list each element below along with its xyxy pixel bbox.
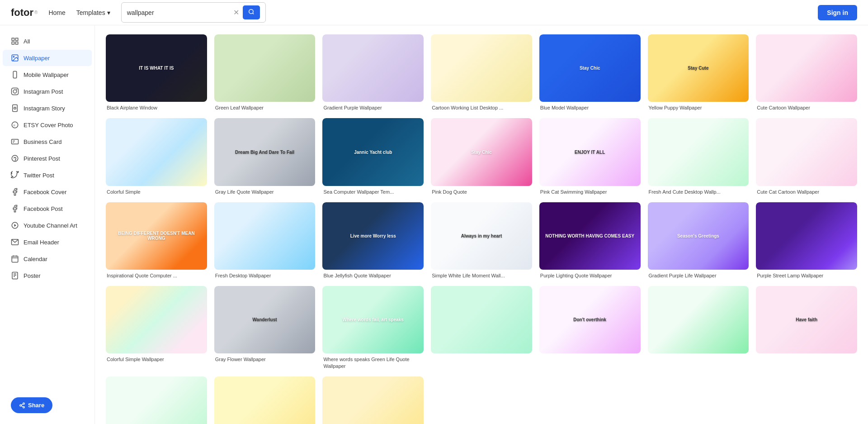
card-pink-cat[interactable]: ENJOY IT ALLPink Cat Swimming Wallpaper — [539, 118, 641, 195]
sidebar-item-label: All — [24, 38, 30, 45]
card-fresh-desktop[interactable]: Fresh Desktop Wallpaper — [214, 202, 316, 279]
sidebar-item-etsy[interactable]: E ETSY Cover Photo — [3, 117, 92, 133]
instagram-icon — [11, 87, 19, 95]
poster-icon — [11, 272, 19, 280]
facebook-icon — [11, 188, 19, 196]
header: fotor® Home Templates ▾ ✕ Sign in — [0, 0, 868, 25]
sidebar-item-calendar[interactable]: Calendar — [3, 251, 92, 267]
card-yellow-puppy[interactable]: Stay CuteYellow Puppy Wallpaper — [648, 34, 749, 111]
sidebar-item-business-card[interactable]: Business Card — [3, 133, 92, 150]
card-thumbnail — [648, 118, 749, 186]
card-label: Pink Dog Quote — [431, 189, 532, 195]
card-gray-flower[interactable]: WanderlustGray Flower Wallpaper — [214, 286, 316, 369]
card-row4-1[interactable] — [431, 286, 532, 369]
card-purple-lighting[interactable]: NOTHING WORTH HAVING COMES EASYPurple Li… — [539, 202, 641, 279]
card-sea-computer[interactable]: Jannic Yacht clubSea Computer Wallpaper … — [322, 118, 424, 195]
card-thumbnail — [106, 376, 207, 424]
nav-templates[interactable]: Templates ▾ — [76, 9, 110, 16]
sidebar-item-mobile-wallpaper[interactable]: Mobile Wallpaper — [3, 67, 92, 83]
card-thumbnail: Live more Worry less — [322, 202, 424, 270]
card-thumbnail: Season's Greetings — [648, 202, 749, 270]
card-cute-cat-cartoon[interactable]: Cute Cat Cartoon Wallpaper — [756, 118, 857, 195]
card-gradient-purple-life[interactable]: Season's GreetingsGradient Purple Life W… — [648, 202, 749, 279]
card-gradient-purple[interactable]: Gradient Purple Wallpaper — [322, 34, 424, 111]
card-pink-dog[interactable]: Stay ChicPink Dog Quote — [431, 118, 532, 195]
sidebar-item-label: Instagram Story — [24, 105, 65, 112]
card-label: Cartoon Working List Desktop ... — [431, 105, 532, 111]
card-row4-6[interactable] — [214, 376, 316, 424]
card-label: Where words speaks Green Life Quote Wall… — [322, 356, 424, 369]
card-label: Yellow Puppy Wallpaper — [648, 105, 749, 111]
card-green-leaf[interactable]: Green Leaf Wallpaper — [214, 34, 316, 111]
card-thumb-text: Where words fail, art speaks — [322, 286, 424, 353]
card-row4-5[interactable] — [106, 376, 207, 424]
card-thumbnail: ENJOY IT ALL — [539, 118, 641, 186]
svg-rect-5 — [16, 42, 18, 44]
search-button[interactable] — [243, 5, 260, 19]
logo-sup: ® — [34, 10, 38, 15]
nav-home[interactable]: Home — [48, 9, 65, 16]
sidebar: All Wallpaper Mobile Wallpaper Instagram… — [0, 25, 95, 424]
card-colorful-simple[interactable]: Colorful Simple — [106, 118, 207, 195]
sidebar-item-instagram-story[interactable]: Instagram Story — [3, 100, 92, 116]
sidebar-item-label: Wallpaper — [24, 55, 50, 62]
card-colorful-simple-wall[interactable]: Colorful Simple Wallpaper — [106, 286, 207, 369]
search-input[interactable] — [127, 9, 230, 16]
etsy-icon: E — [11, 121, 19, 129]
card-black-airplane[interactable]: IT IS WHAT IT ISBlack Airplane Window — [106, 34, 207, 111]
card-blue-model[interactable]: Stay ChicBlue Model Wallpaper — [539, 34, 641, 111]
search-bar: ✕ — [121, 2, 266, 23]
card-thumbnail — [322, 34, 424, 102]
sidebar-item-youtube[interactable]: Youtube Channel Art — [3, 217, 92, 233]
card-purple-street[interactable]: Purple Street Lamp Wallpaper — [756, 202, 857, 279]
sidebar-item-label: Poster — [24, 272, 41, 279]
card-cute-cartoon[interactable]: Cute Cartoon Wallpaper — [756, 34, 857, 111]
share-button[interactable]: Share — [11, 397, 52, 413]
card-thumbnail — [756, 118, 857, 186]
card-label: Fresh Desktop Wallpaper — [214, 272, 316, 279]
svg-point-11 — [13, 90, 17, 93]
pinterest-icon — [11, 154, 19, 162]
card-label: Cute Cartoon Wallpaper — [756, 105, 857, 111]
card-label: Colorful Simple — [106, 189, 207, 195]
business-card-icon — [11, 138, 19, 146]
card-row4-3[interactable] — [648, 286, 749, 369]
sidebar-item-facebook-post[interactable]: Facebook Post — [3, 200, 92, 217]
nav-templates-label: Templates — [76, 9, 105, 16]
card-thumb-text: Dream Big And Dare To Fail — [214, 118, 316, 186]
card-thumbnail: Don't overthink — [539, 286, 641, 353]
card-thumbnail — [214, 34, 316, 102]
sidebar-item-label: Twitter Post — [24, 172, 54, 179]
card-cartoon-working[interactable]: Cartoon Working List Desktop ... — [431, 34, 532, 111]
instagram-story-icon — [11, 104, 19, 112]
card-green-life[interactable]: Where words fail, art speaksWhere words … — [322, 286, 424, 369]
card-row4-2[interactable]: Don't overthink — [539, 286, 641, 369]
card-fresh-cute[interactable]: Fresh And Cute Desktop Wallp... — [648, 118, 749, 195]
svg-rect-2 — [12, 38, 14, 40]
card-blue-jellyfish[interactable]: Live more Worry lessBlue Jellyfish Quote… — [322, 202, 424, 279]
sidebar-item-all[interactable]: All — [3, 33, 92, 49]
sidebar-item-facebook-cover[interactable]: Facebook Cover — [3, 184, 92, 200]
card-gray-life[interactable]: Dream Big And Dare To FailGray Life Quot… — [214, 118, 316, 195]
sidebar-item-instagram-post[interactable]: Instagram Post — [3, 83, 92, 100]
clear-icon[interactable]: ✕ — [233, 8, 239, 17]
card-thumbnail — [214, 202, 316, 270]
logo[interactable]: fotor® — [11, 7, 38, 19]
sign-in-button[interactable]: Sign in — [818, 5, 857, 20]
sidebar-item-pinterest[interactable]: Pinterest Post — [3, 150, 92, 167]
page-layout: All Wallpaper Mobile Wallpaper Instagram… — [0, 25, 868, 424]
card-inspirational[interactable]: BEING DIFFERENT DOESN'T MEAN WRONGInspir… — [106, 202, 207, 279]
sidebar-item-poster[interactable]: Poster — [3, 267, 92, 284]
sidebar-item-wallpaper[interactable]: Wallpaper — [3, 50, 92, 66]
card-row4-4[interactable]: Have faith — [756, 286, 857, 369]
sidebar-item-email[interactable]: Email Header — [3, 234, 92, 250]
card-simple-white[interactable]: Always in my heartSimple White Life Mome… — [431, 202, 532, 279]
card-label: Gray Flower Wallpaper — [214, 356, 316, 362]
svg-line-1 — [252, 13, 254, 14]
svg-rect-17 — [12, 139, 19, 144]
sidebar-item-label: Youtube Channel Art — [24, 222, 77, 229]
card-row4-7[interactable] — [322, 376, 424, 424]
sidebar-item-twitter[interactable]: Twitter Post — [3, 167, 92, 183]
card-label: Blue Model Wallpaper — [539, 105, 641, 111]
main-content: IT IS WHAT IT ISBlack Airplane WindowGre… — [95, 25, 868, 424]
